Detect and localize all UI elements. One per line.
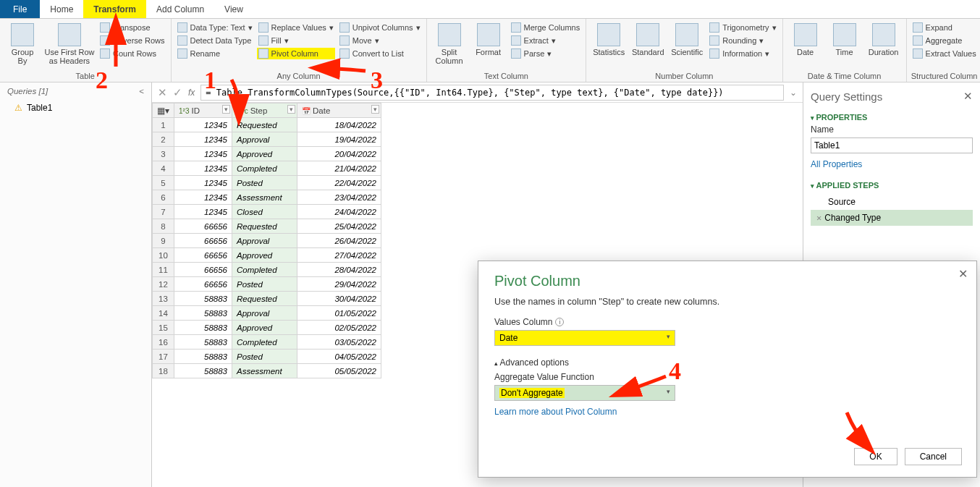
cell-step[interactable]: Approval xyxy=(232,234,297,248)
cell-id[interactable]: 12345 xyxy=(174,176,232,190)
table-row[interactable]: 112345Requested18/04/2022 xyxy=(153,118,381,132)
information-button[interactable]: Information ▾ xyxy=(708,48,777,59)
filter-icon[interactable]: ▾ xyxy=(287,105,295,114)
cell-date[interactable]: 21/04/2022 xyxy=(297,161,381,176)
table-row[interactable]: 1358883Requested30/04/2022 xyxy=(153,292,381,306)
all-properties-link[interactable]: All Properties xyxy=(811,159,973,169)
row-number[interactable]: 12 xyxy=(153,277,174,292)
cell-step[interactable]: Requested xyxy=(232,292,297,306)
table-row[interactable]: 312345Approved20/04/2022 xyxy=(153,147,381,161)
merge-columns-button[interactable]: Merge Columns xyxy=(510,22,582,33)
pivot-column-button[interactable]: Pivot Column xyxy=(257,48,335,59)
row-header-corner[interactable]: ▦▾ xyxy=(153,103,174,118)
cell-date[interactable]: 27/04/2022 xyxy=(297,248,381,263)
cell-step[interactable]: Requested xyxy=(232,219,297,234)
cell-id[interactable]: 58883 xyxy=(174,306,232,321)
rename-button[interactable]: Rename xyxy=(176,48,254,59)
parse-button[interactable]: Parse ▾ xyxy=(510,48,582,59)
extract-values-button[interactable]: Extract Values xyxy=(911,48,978,59)
cell-id[interactable]: 58883 xyxy=(174,364,232,378)
table-row[interactable]: 712345Closed24/04/2022 xyxy=(153,205,381,219)
groupby-button[interactable]: Group By xyxy=(4,20,41,65)
query-name-input[interactable] xyxy=(811,137,973,153)
cell-id[interactable]: 66656 xyxy=(174,219,232,234)
table-row[interactable]: 412345Completed21/04/2022 xyxy=(153,161,381,176)
table-row[interactable]: 866656Requested25/04/2022 xyxy=(153,219,381,234)
formula-dropdown-icon[interactable]: ⌄ xyxy=(790,88,797,98)
trig-button[interactable]: Trigonometry ▾ xyxy=(708,22,777,33)
cell-step[interactable]: Approved xyxy=(232,147,297,161)
row-number[interactable]: 10 xyxy=(153,248,174,263)
cell-date[interactable]: 02/05/2022 xyxy=(297,321,381,335)
cancel-button[interactable]: Cancel xyxy=(905,448,962,465)
cell-date[interactable]: 04/05/2022 xyxy=(297,350,381,364)
cell-date[interactable]: 30/04/2022 xyxy=(297,292,381,306)
properties-section[interactable]: PROPERTIES xyxy=(811,113,973,122)
time-button[interactable]: Time xyxy=(827,20,863,56)
info-icon[interactable]: i xyxy=(555,318,564,326)
cell-id[interactable]: 66656 xyxy=(174,263,232,277)
cell-step[interactable]: Completed xyxy=(232,263,297,277)
table-row[interactable]: 1758883Posted04/05/2022 xyxy=(153,350,381,364)
accept-formula-icon[interactable]: ✓ xyxy=(173,86,182,99)
row-number[interactable]: 11 xyxy=(153,263,174,277)
format-button[interactable]: Format xyxy=(470,20,507,56)
cell-date[interactable]: 29/04/2022 xyxy=(297,277,381,292)
detect-dtype-button[interactable]: Detect Data Type xyxy=(176,35,254,46)
row-number[interactable]: 14 xyxy=(153,306,174,321)
col-header-step[interactable]: AᵇcStep▾ xyxy=(232,103,297,118)
cell-id[interactable]: 12345 xyxy=(174,161,232,176)
row-number[interactable]: 2 xyxy=(153,132,174,147)
cell-date[interactable]: 26/04/2022 xyxy=(297,234,381,248)
table-row[interactable]: 966656Approval26/04/2022 xyxy=(153,234,381,248)
filter-icon[interactable]: ▾ xyxy=(371,105,379,114)
step-x-icon[interactable]: ✕ xyxy=(816,213,821,223)
cell-date[interactable]: 05/05/2022 xyxy=(297,364,381,378)
cell-step[interactable]: Completed xyxy=(232,335,297,350)
statistics-button[interactable]: Statistics xyxy=(591,20,627,56)
cell-date[interactable]: 03/05/2022 xyxy=(297,335,381,350)
cell-id[interactable]: 12345 xyxy=(174,190,232,205)
table-row[interactable]: 1558883Approved02/05/2022 xyxy=(153,321,381,335)
cell-id[interactable]: 12345 xyxy=(174,205,232,219)
replace-values-button[interactable]: Replace Values ▾ xyxy=(257,22,335,33)
cell-step[interactable]: Approved xyxy=(232,321,297,335)
table-row[interactable]: 1858883Assessment05/05/2022 xyxy=(153,364,381,378)
cell-date[interactable]: 23/04/2022 xyxy=(297,190,381,205)
cell-date[interactable]: 25/04/2022 xyxy=(297,219,381,234)
table-row[interactable]: 1166656Completed28/04/2022 xyxy=(153,263,381,277)
row-number[interactable]: 4 xyxy=(153,161,174,176)
row-number[interactable]: 3 xyxy=(153,147,174,161)
table-row[interactable]: 512345Posted22/04/2022 xyxy=(153,176,381,190)
table-row[interactable]: 612345Assessment23/04/2022 xyxy=(153,190,381,205)
cell-step[interactable]: Posted xyxy=(232,176,297,190)
standard-button[interactable]: Standard xyxy=(630,20,666,56)
cell-id[interactable]: 58883 xyxy=(174,321,232,335)
fill-button[interactable]: Fill ▾ xyxy=(257,35,335,46)
cell-id[interactable]: 66656 xyxy=(174,248,232,263)
cell-date[interactable]: 19/04/2022 xyxy=(297,132,381,147)
cell-step[interactable]: Assessment xyxy=(232,190,297,205)
cell-id[interactable]: 66656 xyxy=(174,234,232,248)
datatype-button[interactable]: Data Type: Text ▾ xyxy=(176,22,254,33)
cell-step[interactable]: Posted xyxy=(232,277,297,292)
cell-id[interactable]: 66656 xyxy=(174,277,232,292)
count-rows-button[interactable]: Count Rows xyxy=(98,48,166,59)
cell-step[interactable]: Approval xyxy=(232,132,297,147)
transpose-button[interactable]: Transpose xyxy=(98,22,166,33)
cell-step[interactable]: Requested xyxy=(232,118,297,132)
cell-id[interactable]: 12345 xyxy=(174,147,232,161)
table-row[interactable]: 1658883Completed03/05/2022 xyxy=(153,335,381,350)
row-number[interactable]: 16 xyxy=(153,335,174,350)
cell-date[interactable]: 18/04/2022 xyxy=(297,118,381,132)
split-column-button[interactable]: Split Column xyxy=(431,20,468,65)
cell-step[interactable]: Completed xyxy=(232,161,297,176)
cell-id[interactable]: 58883 xyxy=(174,335,232,350)
cell-step[interactable]: Posted xyxy=(232,350,297,364)
query-item[interactable]: ⚠ Table1 xyxy=(0,100,151,116)
advanced-options-toggle[interactable]: Advanced options xyxy=(494,357,960,368)
tab-file[interactable]: File xyxy=(0,0,40,18)
row-number[interactable]: 1 xyxy=(153,118,174,132)
row-number[interactable]: 8 xyxy=(153,219,174,234)
table-row[interactable]: 1066656Approved27/04/2022 xyxy=(153,248,381,263)
